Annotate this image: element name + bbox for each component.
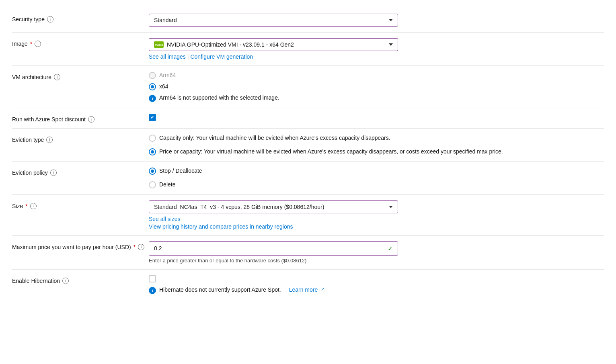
eviction-policy-stop-label: Stop / Deallocate [159,167,202,175]
vm-architecture-arm64-label: Arm64 [159,72,176,80]
spot-discount-checkmark-icon: ✓ [150,115,154,120]
spot-discount-checkbox-container[interactable]: ✓ [149,114,604,121]
spot-discount-info-icon[interactable]: i [88,116,94,123]
hibernation-info-circle-icon: i [149,287,156,294]
see-all-sizes-link[interactable]: See all sizes [149,216,604,222]
image-select-inner: nvidia NVIDIA GPU-Optimized VMI - v23.09… [154,41,294,48]
vm-architecture-arm64-item[interactable]: Arm64 [149,72,604,80]
vm-architecture-label-text: VM architecture [12,74,51,80]
eviction-policy-delete-radio[interactable] [149,181,156,188]
size-control: Standard_NC4as_T4_v3 - 4 vcpus, 28 GiB m… [149,200,604,230]
vm-architecture-row: VM architecture i Arm64 x64 i Arm64 is n… [12,66,604,108]
configure-vm-generation-link[interactable]: Configure VM generation [190,53,253,60]
hibernation-info-icon[interactable]: i [62,278,69,284]
max-price-control: 0.2 ✓ Enter a price greater than or equa… [149,241,604,264]
eviction-type-price-capacity-label: Price or capacity: Your virtual machine … [159,148,503,156]
eviction-type-label-text: Eviction type [12,137,44,143]
size-label-text: Size [12,203,23,209]
hibernation-learn-more-link[interactable]: Learn more [289,286,318,293]
vm-architecture-info-circle-icon: i [149,95,156,102]
external-link-icon: ↗ [321,286,324,292]
image-required-star: * [30,41,32,47]
vm-architecture-x64-label: x64 [159,83,168,91]
max-price-hint: Enter a price greater than or equal to t… [149,258,604,264]
eviction-type-radio-group: Capacity only: Your virtual machine will… [149,134,604,155]
max-price-input-box[interactable]: 0.2 ✓ [149,241,398,256]
vm-architecture-radio-group: Arm64 x64 [149,72,604,90]
vm-architecture-label: VM architecture i [12,72,149,80]
eviction-type-capacity-only-label: Capacity only: Your virtual machine will… [159,134,390,142]
eviction-policy-delete-label: Delete [159,181,175,189]
spot-discount-checkbox[interactable]: ✓ [149,114,156,121]
max-price-label: Maximum price you want to pay per hour (… [12,241,149,250]
hibernation-checkbox[interactable] [149,275,156,282]
eviction-type-label: Eviction type i [12,134,149,143]
see-all-images-link[interactable]: See all images [149,53,186,60]
max-price-label-text: Maximum price you want to pay per hour (… [12,244,131,250]
security-type-label-text: Security type [12,16,45,22]
security-type-info-icon[interactable]: i [47,16,53,22]
hibernation-info-text: Hibernate does not currently support Azu… [159,286,281,293]
security-type-label: Security type i [12,14,149,22]
eviction-policy-row: Eviction policy i Stop / Deallocate Dele… [12,162,604,194]
spot-discount-row: Run with Azure Spot discount i ✓ [12,108,604,128]
max-price-value: 0.2 [154,245,162,252]
eviction-type-capacity-only-item[interactable]: Capacity only: Your virtual machine will… [149,134,604,142]
image-link-separator: | [187,53,189,60]
vm-architecture-info-banner: i Arm64 is not supported with the select… [149,94,604,102]
eviction-type-row: Eviction type i Capacity only: Your virt… [12,129,604,161]
image-info-icon[interactable]: i [35,41,41,47]
image-label: Image * i [12,38,149,47]
vm-architecture-control: Arm64 x64 i Arm64 is not supported with … [149,72,604,102]
spot-discount-label-text: Run with Azure Spot discount [12,116,86,123]
security-type-row: Security type i Standard [12,8,604,32]
hibernation-control: i Hibernate does not currently support A… [149,275,604,294]
eviction-policy-stop-radio[interactable] [149,168,156,175]
eviction-policy-control: Stop / Deallocate Delete [149,167,604,188]
security-type-control: Standard [149,14,604,27]
size-label: Size * i [12,200,149,209]
image-chevron-icon [389,43,393,46]
size-value: Standard_NC4as_T4_v3 - 4 vcpus, 28 GiB m… [154,204,324,210]
eviction-policy-label-text: Eviction policy [12,170,48,176]
pricing-history-link[interactable]: View pricing history and compare prices … [149,223,604,230]
image-links: See all images | Configure VM generation [149,53,604,60]
vm-architecture-x64-item[interactable]: x64 [149,83,604,91]
spot-discount-label: Run with Azure Spot discount i [12,114,149,123]
vm-architecture-x64-radio[interactable] [149,83,156,90]
eviction-policy-label: Eviction policy i [12,167,149,176]
size-info-icon[interactable]: i [30,203,37,209]
hibernation-info-banner: i Hibernate does not currently support A… [149,286,604,294]
max-price-required-star: * [133,244,136,250]
hibernation-label-text: Enable Hibernation [12,278,60,284]
size-select[interactable]: Standard_NC4as_T4_v3 - 4 vcpus, 28 GiB m… [149,200,398,213]
image-row: Image * i nvidia NVIDIA GPU-Optimized VM… [12,33,604,65]
eviction-policy-delete-item[interactable]: Delete [149,181,604,189]
max-price-row: Maximum price you want to pay per hour (… [12,236,604,269]
eviction-policy-info-icon[interactable]: i [50,170,57,176]
max-price-valid-icon: ✓ [388,245,393,252]
hibernation-row: Enable Hibernation i i Hibernate does no… [12,270,604,300]
security-type-chevron-icon [389,19,393,21]
eviction-policy-radio-group: Stop / Deallocate Delete [149,167,604,188]
vm-architecture-info-text: Arm64 is not supported with the selected… [159,94,279,101]
security-type-value: Standard [154,17,177,23]
image-select[interactable]: nvidia NVIDIA GPU-Optimized VMI - v23.09… [149,38,398,51]
eviction-type-control: Capacity only: Your virtual machine will… [149,134,604,155]
eviction-type-price-capacity-radio[interactable] [149,148,156,155]
size-required-star: * [25,203,27,209]
size-row: Size * i Standard_NC4as_T4_v3 - 4 vcpus,… [12,195,604,235]
vm-architecture-info-icon[interactable]: i [54,74,60,80]
hibernation-checkbox-container[interactable] [149,275,604,282]
image-value: NVIDIA GPU-Optimized VMI - v23.09.1 - x6… [167,41,294,48]
eviction-type-capacity-only-radio[interactable] [149,135,156,142]
vm-architecture-arm64-radio[interactable] [149,72,156,79]
security-type-select[interactable]: Standard [149,14,398,27]
eviction-type-price-capacity-item[interactable]: Price or capacity: Your virtual machine … [149,148,604,156]
max-price-info-icon[interactable]: i [138,244,144,250]
hibernation-label: Enable Hibernation i [12,275,149,284]
size-links: See all sizes View pricing history and c… [149,216,604,230]
eviction-policy-stop-item[interactable]: Stop / Deallocate [149,167,604,175]
size-chevron-icon [389,206,393,208]
eviction-type-info-icon[interactable]: i [46,137,53,143]
